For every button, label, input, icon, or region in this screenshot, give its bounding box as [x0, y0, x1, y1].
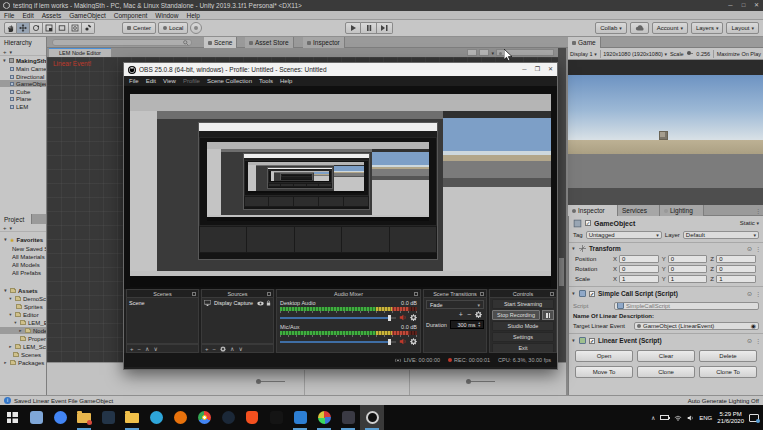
- taskbar-app-brave[interactable]: [240, 405, 264, 430]
- rotation-y-field[interactable]: 0: [668, 265, 708, 273]
- add-scene-button[interactable]: +: [130, 346, 134, 352]
- obs-minimize-button[interactable]: ─: [518, 64, 531, 75]
- tag-dropdown[interactable]: Untagged▾: [586, 231, 662, 239]
- project-tree-item[interactable]: ▾Assets: [0, 287, 46, 294]
- move-scene-up-button[interactable]: ∧: [145, 345, 149, 352]
- obs-menu-file[interactable]: File: [129, 78, 139, 84]
- move-source-down-button[interactable]: ∨: [238, 345, 242, 352]
- menu-assets[interactable]: Assets: [42, 12, 62, 19]
- project-tree-item[interactable]: PropertyDrawers: [0, 335, 46, 342]
- move-tool-button[interactable]: [17, 22, 30, 34]
- project-tree-item[interactable]: ▾Editor: [0, 311, 46, 318]
- tab-lighting[interactable]: Lighting: [660, 205, 704, 216]
- studio-mode-button[interactable]: Studio Mode: [492, 321, 554, 331]
- tab-hierarchy[interactable]: Hierarchy: [0, 37, 47, 48]
- favorite-item[interactable]: All Prefabs: [0, 269, 46, 276]
- menu-edit[interactable]: Edit: [22, 12, 33, 19]
- object-picker-icon[interactable]: ◉: [751, 322, 756, 329]
- scale-x-field[interactable]: 1: [619, 275, 659, 283]
- panel-menu-icon[interactable]: ⋮: [755, 207, 761, 214]
- dock-popout-icon[interactable]: [192, 292, 196, 296]
- menu-window[interactable]: Window: [155, 12, 178, 19]
- taskbar-app-photos-wheel[interactable]: [312, 405, 336, 430]
- scale-slider[interactable]: [687, 53, 694, 54]
- obs-preview[interactable]: [124, 86, 557, 289]
- transition-dropdown[interactable]: Fade▾: [426, 300, 484, 309]
- add-button[interactable]: +: [3, 225, 7, 231]
- position-x-field[interactable]: 0: [619, 255, 659, 263]
- tab-scene[interactable]: Scene: [204, 37, 237, 48]
- taskbar-app-chrome[interactable]: [192, 405, 216, 430]
- layers-button[interactable]: Layers▾: [691, 22, 724, 34]
- obs-close-button[interactable]: ✕: [544, 64, 557, 75]
- foldout-arrow[interactable]: ▾: [571, 291, 576, 296]
- taskbar-app-blue-tool[interactable]: [288, 405, 312, 430]
- taskbar-app-firefox[interactable]: [168, 405, 192, 430]
- menu-help[interactable]: Help: [186, 12, 199, 19]
- menu-component[interactable]: Component: [114, 12, 148, 19]
- taskbar-app-dark-utility[interactable]: [336, 405, 360, 430]
- target-linear-event-field[interactable]: GameObject (LinearEvent)◉: [634, 322, 759, 330]
- transform-component-header[interactable]: ▾ Transform ⊙⋮: [571, 244, 761, 253]
- layout-button[interactable]: Layout▾: [726, 22, 759, 34]
- gameobject-name[interactable]: GameObject: [594, 220, 635, 227]
- obs-menu-tools[interactable]: Tools: [259, 78, 273, 84]
- maximize-on-play-toggle[interactable]: Maximize On Play: [717, 51, 761, 57]
- status-message[interactable]: Saved Linear Event File GameObject: [14, 398, 113, 404]
- step-button[interactable]: [377, 22, 393, 34]
- scale-y-field[interactable]: 1: [668, 275, 708, 283]
- network-icon[interactable]: [674, 415, 682, 421]
- tab-inspector-center[interactable]: Inspector: [303, 37, 345, 48]
- obs-maximize-button[interactable]: ❐: [531, 64, 544, 75]
- source-list-item[interactable]: Display Capture: [202, 298, 273, 308]
- hierarchy-item-selected[interactable]: GameObject: [0, 80, 46, 87]
- remove-scene-button[interactable]: −: [138, 346, 142, 352]
- taskbar-app-file-explorer[interactable]: [120, 405, 144, 430]
- channel-settings-gear-icon[interactable]: [410, 338, 417, 345]
- remove-source-button[interactable]: −: [213, 346, 217, 352]
- pivot-toggle-button[interactable]: Center: [122, 22, 156, 34]
- rotation-z-field[interactable]: 0: [716, 265, 756, 273]
- hand-tool-button[interactable]: [4, 22, 17, 34]
- enabled-checkbox[interactable]: ✓: [589, 338, 595, 344]
- menu-gameobject[interactable]: GameObject: [69, 12, 106, 19]
- cloud-button[interactable]: [630, 22, 649, 34]
- dock-popout-icon[interactable]: [480, 292, 484, 296]
- tab-inspector[interactable]: Inspector: [568, 205, 618, 216]
- exit-button[interactable]: Exit: [492, 343, 554, 353]
- hierarchy-item[interactable]: Main Camera: [0, 65, 46, 72]
- project-tree-item[interactable]: ▾DemoScene: [0, 295, 46, 302]
- favorite-item[interactable]: New Saved Search: [0, 245, 46, 252]
- project-tree-item-selected[interactable]: ▸Node_LEM: [0, 327, 46, 334]
- taskbar-app-obs[interactable]: [360, 405, 384, 430]
- start-streaming-button[interactable]: Start Streaming: [492, 299, 554, 309]
- speaker-icon[interactable]: [687, 415, 694, 421]
- taskbar-app-telegram[interactable]: [144, 405, 168, 430]
- tab-game[interactable]: Game: [568, 37, 601, 48]
- simple-call-script-header[interactable]: ▾ ✓ Simple Call Script (Script) ⊙⋮: [571, 289, 761, 298]
- clock[interactable]: 5:29 PM 21/6/2020: [717, 411, 744, 425]
- scale-z-field[interactable]: 1: [716, 275, 756, 283]
- auto-generate-lighting-status[interactable]: Auto Generate Lighting Off: [688, 398, 759, 404]
- account-button[interactable]: Account▾: [652, 22, 688, 34]
- search-field[interactable]: [52, 39, 192, 46]
- unity-close-button[interactable]: ✕: [750, 0, 763, 11]
- obs-menu-scene-collection[interactable]: Scene Collection: [207, 78, 252, 84]
- active-checkbox[interactable]: ✓: [585, 220, 591, 226]
- volume-slider[interactable]: [280, 317, 396, 319]
- taskbar-app-browser-circle[interactable]: [48, 405, 72, 430]
- hidden-icons-chevron[interactable]: ∧: [651, 414, 655, 421]
- clone-button[interactable]: Clone: [637, 366, 695, 378]
- lock-icon[interactable]: [266, 300, 271, 306]
- favorite-item[interactable]: All Models: [0, 261, 46, 268]
- transform-tool-button[interactable]: [69, 22, 82, 34]
- component-menu-icon[interactable]: ⋮: [755, 337, 761, 344]
- plugin-button[interactable]: [190, 22, 202, 34]
- notification-center-icon[interactable]: [749, 414, 759, 422]
- mute-speaker-icon[interactable]: [399, 338, 407, 345]
- component-menu-icon[interactable]: ⋮: [755, 245, 761, 252]
- obs-title-bar[interactable]: OBS 25.0.8 (64-bit, windows) - Profile: …: [124, 63, 557, 76]
- help-icon[interactable]: ⊙: [747, 337, 752, 344]
- zoom-slider[interactable]: [259, 381, 285, 382]
- shaded-mode-button[interactable]: [467, 49, 477, 56]
